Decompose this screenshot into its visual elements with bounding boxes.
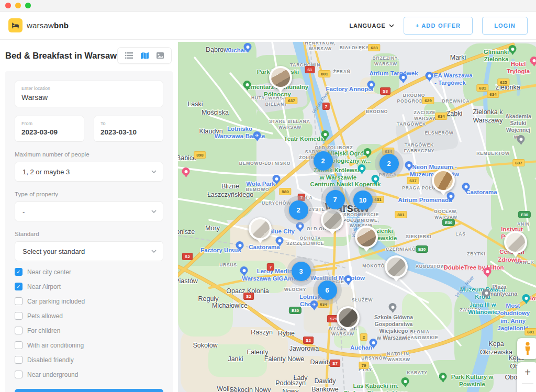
filter-checkbox-near-underground[interactable]: Near underground [15, 371, 163, 378]
poi-pin[interactable] [273, 175, 281, 183]
map-label: Castorama [249, 243, 280, 251]
poi-pin[interactable] [372, 175, 379, 183]
poi-pin[interactable] [358, 164, 366, 172]
location-label: Enter location [21, 86, 157, 91]
poi-pin[interactable] [236, 241, 244, 249]
map-label: Janki [228, 355, 243, 364]
poi-pin[interactable] [389, 303, 397, 311]
map-label: Las Kabacki im. Stefana Starzyńskiego [344, 382, 408, 392]
checkbox-unchecked-icon[interactable] [15, 356, 23, 364]
offer-photo-marker[interactable] [385, 255, 408, 278]
checkbox-unchecked-icon[interactable] [15, 297, 23, 305]
list-view-button[interactable] [125, 52, 133, 59]
poi-pin[interactable] [276, 237, 284, 244]
location-input[interactable]: Enter location Warsaw [15, 81, 163, 107]
logo[interactable]: warsawbnb [8, 18, 69, 32]
road-badge: 637 [512, 159, 524, 166]
map-label: BIELANY [265, 102, 288, 107]
offer-cluster-marker[interactable]: 2 [379, 154, 399, 173]
offer-photo-marker[interactable] [269, 66, 292, 89]
road-badge: 2 [360, 333, 367, 341]
filter-checkbox-car-parking-included[interactable]: Car parking included [15, 297, 163, 305]
poi-pin[interactable] [439, 373, 447, 380]
poi-pin[interactable] [483, 289, 490, 297]
date-from-input[interactable]: From 2023-03-09 [15, 116, 84, 142]
road-badge: 7 [267, 263, 274, 271]
poi-pin[interactable] [530, 57, 536, 64]
poi-pin[interactable] [484, 267, 492, 275]
offer-cluster-marker[interactable]: 3 [292, 262, 311, 281]
poi-pin[interactable] [182, 167, 190, 175]
bed-icon [8, 18, 23, 32]
checkbox-checked-icon[interactable]: ✓ [15, 283, 23, 290]
filter-checkbox-pets-allowed[interactable]: Pets allowed [15, 312, 163, 320]
close-window-button[interactable] [5, 3, 11, 8]
map-label: ŻERAŃ [333, 69, 350, 75]
poi-pin[interactable] [517, 135, 525, 143]
poi-pin[interactable] [344, 275, 352, 283]
poi-pin[interactable] [244, 43, 252, 51]
poi-pin[interactable] [370, 339, 377, 346]
poi-dot [360, 167, 363, 170]
poi-pin[interactable]: ✈ [253, 131, 261, 139]
zoom-out-button[interactable]: − [517, 384, 536, 392]
max-people-select[interactable]: 1, 2 or maybe 3 [15, 162, 163, 182]
login-button[interactable]: LOGIN [482, 17, 528, 35]
poi-pin[interactable] [367, 81, 375, 88]
road-badge: 633 [368, 44, 380, 51]
offer-photo-marker[interactable] [337, 306, 360, 329]
checkbox-unchecked-icon[interactable] [15, 327, 23, 334]
filter-checkbox-near-airport[interactable]: ✓Near Airport [15, 283, 163, 290]
filter-checkbox-with-air-conditioning[interactable]: With air conditioning [15, 341, 163, 349]
zoom-in-button[interactable]: + [517, 362, 536, 383]
poi-pin[interactable] [522, 294, 530, 302]
add-offer-button[interactable]: + ADD OFFER [404, 17, 473, 35]
checkbox-unchecked-icon[interactable] [15, 371, 23, 378]
date-to-label: To [100, 121, 157, 126]
poi-pin[interactable] [399, 73, 407, 81]
poi-pin[interactable] [240, 266, 248, 274]
maximize-window-button[interactable] [25, 3, 31, 8]
road-badge: 637 [285, 97, 297, 104]
map-label: Dawidy [310, 359, 332, 367]
poi-pin[interactable] [447, 192, 455, 200]
poi-pin[interactable] [243, 81, 251, 88]
offer-cluster-marker[interactable]: 7 [326, 190, 345, 209]
offer-photo-marker[interactable] [249, 217, 272, 240]
filter-checkbox-near-city-center[interactable]: ✓Near city center [15, 268, 163, 276]
poi-pin[interactable] [296, 222, 304, 230]
apply-filters-button[interactable]: APPLY FILTERS [15, 389, 163, 392]
checkbox-unchecked-icon[interactable] [15, 312, 23, 320]
checkbox-checked-icon[interactable]: ✓ [15, 268, 23, 276]
offer-cluster-marker[interactable]: 10 [353, 191, 373, 210]
offer-photo-marker[interactable] [321, 208, 344, 231]
poi-pin[interactable] [509, 45, 517, 53]
poi-pin[interactable] [364, 148, 372, 156]
minimize-window-button[interactable] [15, 3, 21, 8]
date-to-input[interactable]: To 2023-03-10 [94, 116, 163, 142]
checkbox-unchecked-icon[interactable] [15, 341, 23, 349]
map-label: ZAWADY [460, 307, 482, 313]
poi-pin[interactable] [462, 183, 470, 191]
offer-cluster-marker[interactable]: 2 [314, 151, 333, 171]
offer-photo-marker[interactable] [355, 226, 378, 249]
standard-select[interactable]: Select your standard [15, 241, 163, 261]
filter-checkbox-disabled-friendly[interactable]: Disabled friendly [15, 356, 163, 364]
offer-photo-marker[interactable] [504, 231, 527, 254]
airplane-icon: ✈ [253, 131, 261, 139]
filter-checkbox-for-children[interactable]: For children [15, 327, 163, 334]
poi-pin[interactable] [426, 72, 433, 80]
map-canvas[interactable]: WarsawHENRYKÓW, WARSAWBIAŁOŁĘKATARCHOMIN… [178, 42, 536, 392]
offer-cluster-marker[interactable]: 2 [289, 200, 308, 220]
street-view-pegman[interactable] [517, 338, 536, 359]
offer-cluster-marker[interactable]: 6 [318, 281, 337, 300]
gallery-view-button[interactable] [156, 52, 164, 59]
poi-pin[interactable] [405, 161, 413, 169]
language-dropdown[interactable]: LANGUAGE [349, 23, 394, 29]
poi-pin[interactable] [401, 377, 409, 385]
poi-pin[interactable] [321, 130, 329, 138]
offer-photo-marker[interactable] [432, 169, 455, 192]
map-view-button[interactable] [140, 52, 149, 59]
poi-pin[interactable]: ✈ [310, 300, 318, 308]
property-type-select[interactable]: - [15, 201, 163, 221]
